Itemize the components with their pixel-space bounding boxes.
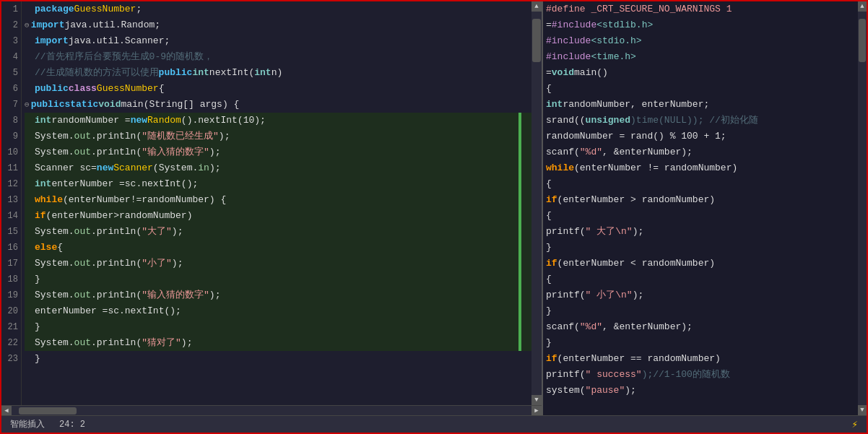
code-line-7: ⊖public static void main(String[] args) … <box>25 97 539 113</box>
token: GuessNumber <box>97 81 159 97</box>
token: .println( <box>91 224 142 240</box>
right-code-line-20: scanf("%d", &enterNumber); <box>546 319 864 335</box>
token: (enterNumber > randomNumber) <box>557 192 715 208</box>
right-code-line-17: { <box>546 272 864 287</box>
h-scroll-left-arrow[interactable]: ◀ <box>1 406 12 416</box>
token: = <box>546 65 552 81</box>
token: .println( <box>91 335 142 351</box>
token: int <box>35 176 51 192</box>
scroll-down-arrow[interactable]: ▼ <box>531 395 542 405</box>
right-code-line-13: { <box>546 208 864 224</box>
line-number-1: 1 <box>4 1 18 17</box>
token: system( <box>546 383 586 399</box>
token: (enterNumber == randomNumber) <box>557 351 721 367</box>
token: nextInt <box>198 113 238 129</box>
token: System. <box>35 287 74 303</box>
scroll-thumb[interactable] <box>532 19 541 62</box>
token: #include <box>546 49 591 65</box>
h-scroll-thumb[interactable] <box>19 407 77 415</box>
right-scroll-thumb[interactable] <box>859 19 866 62</box>
right-code-line-1: =#include <stdlib.h> <box>546 17 864 33</box>
line-number-3: 3 <box>4 33 18 49</box>
token: ( <box>248 65 254 81</box>
right-code-line-10: while (enterNumber != randomNumber) <box>546 160 864 176</box>
left-code-content[interactable]: package GuessNumber;⊖import java.util.Ra… <box>22 1 542 405</box>
h-scroll-right-arrow[interactable]: ▶ <box>531 406 542 416</box>
token: out <box>74 144 91 160</box>
token: while <box>35 192 63 208</box>
token: <stdlib.h> <box>596 17 653 33</box>
token: out <box>74 256 91 272</box>
code-line-11: Scanner sc=new Scanner (System.in); <box>25 160 539 176</box>
code-line-13: while(enterNumber!=randomNumber) { <box>25 192 539 208</box>
right-code-line-6: int randomNumber, enterNumber; <box>546 97 864 113</box>
line-number-6: 6 <box>4 81 18 97</box>
right-code-line-24: system("pause"); <box>546 383 864 399</box>
token: (). <box>181 113 198 129</box>
token: if <box>35 208 46 224</box>
code-line-6: public class GuessNumber { <box>25 81 539 97</box>
token: int <box>254 65 271 81</box>
token: <time.h> <box>591 49 635 65</box>
token: printf( <box>546 367 586 383</box>
right-code-line-12: if (enterNumber > randomNumber) <box>546 192 864 208</box>
token: } <box>35 272 40 287</box>
right-code-line-7: srand((unsigned)time(NULL)); //初始化随 <box>546 113 864 129</box>
token: srand(( <box>546 113 586 129</box>
token: new <box>97 160 113 176</box>
right-scrollbar[interactable]: ▲ ▼ <box>858 1 867 415</box>
line-number-19: 19 <box>4 287 18 303</box>
right-code-line-21: } <box>546 335 864 351</box>
right-scroll-down[interactable]: ▼ <box>858 405 867 415</box>
right-code-line-19: } <box>546 303 864 319</box>
code-line-21: } <box>25 319 539 335</box>
left-line-numbers: 1234567891011121314151617181920212223 <box>1 1 22 405</box>
code-line-1: package GuessNumber; <box>25 1 539 17</box>
fold-marker-7[interactable]: ⊖ <box>25 97 30 113</box>
right-scroll-track[interactable] <box>858 12 867 405</box>
token: <stdio.h> <box>591 33 641 49</box>
code-line-14: if(enterNumber>randomNumber) <box>25 208 539 224</box>
token: } <box>546 303 552 319</box>
token: ); <box>172 224 183 240</box>
right-code-content[interactable]: #define _CRT_SECURE_NO_WARNINGS 1=#inclu… <box>543 1 867 415</box>
code-line-2: ⊖import java.util.Random; <box>25 17 539 33</box>
token: main <box>574 65 596 81</box>
right-code-line-22: if (enterNumber == randomNumber) <box>546 351 864 367</box>
token: ); <box>219 129 230 144</box>
h-scroll-track[interactable] <box>12 406 531 416</box>
code-line-22: System.out.println("猜对了"); <box>25 335 539 351</box>
right-code-line-3: #include <time.h> <box>546 49 864 65</box>
token: "随机数已经生成" <box>142 129 219 144</box>
token: java.util.Scanner <box>69 33 165 49</box>
token: main <box>121 97 143 113</box>
right-panel: #define _CRT_SECURE_NO_WARNINGS 1=#inclu… <box>543 1 867 415</box>
scroll-track[interactable] <box>531 12 542 395</box>
left-h-scrollbar[interactable]: ◀ ▶ <box>1 405 542 415</box>
right-code-line-18: printf(" 小了\n"); <box>546 287 864 303</box>
code-line-10: System.out.println("输入猜的数字"); <box>25 144 539 160</box>
line-number-18: 18 <box>4 272 18 287</box>
token: printf( <box>546 224 586 240</box>
code-line-17: System.out.println("小了"); <box>25 256 539 272</box>
token: //首先程序后台要预先生成0-9的随机数， <box>35 49 213 65</box>
token: in <box>198 160 209 176</box>
token: #include <box>552 17 596 33</box>
token: int <box>35 113 51 129</box>
token: if <box>546 192 557 208</box>
fold-marker-2[interactable]: ⊖ <box>25 17 30 33</box>
line-number-17: 17 <box>4 256 18 272</box>
token: ); <box>633 224 644 240</box>
token: ; <box>164 33 170 49</box>
change-marker <box>518 335 521 351</box>
scroll-up-arrow[interactable]: ▲ <box>531 1 542 12</box>
right-scroll-up[interactable]: ▲ <box>858 1 867 12</box>
editor-container: 1234567891011121314151617181920212223 pa… <box>0 0 868 434</box>
token: out <box>74 129 91 144</box>
token: () <box>596 65 608 81</box>
token: if <box>546 351 557 367</box>
token: nextInt <box>209 65 249 81</box>
code-line-19: System.out.println("输入猜的数字"); <box>25 287 539 303</box>
left-scrollbar[interactable]: ▲ ▼ <box>531 1 542 405</box>
token: public <box>35 81 69 97</box>
